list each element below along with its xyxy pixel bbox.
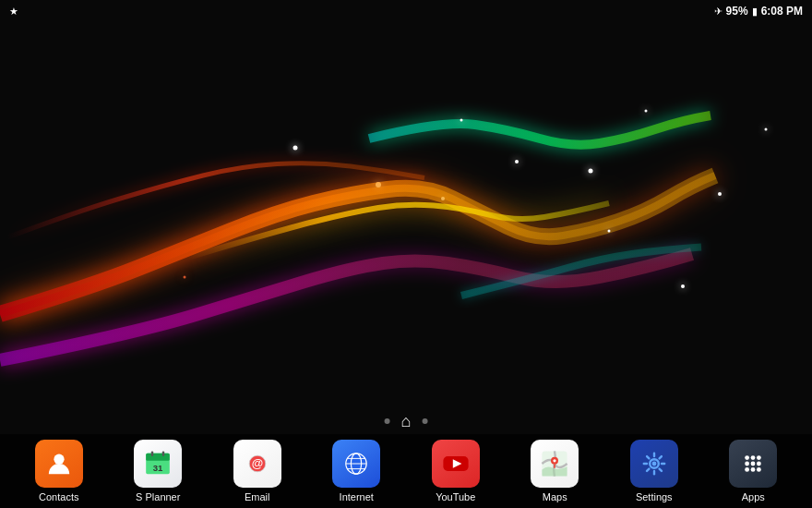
svg-point-35 (745, 467, 749, 472)
status-right: ✈ 95% ▮ 6:08 PM (714, 5, 803, 18)
svg-point-29 (745, 455, 749, 460)
svg-rect-5 (162, 451, 164, 456)
battery-percentage: 95% (726, 5, 748, 18)
status-bar: ★ ✈ 95% ▮ 6:08 PM (0, 0, 812, 22)
settings-label: Settings (636, 491, 673, 502)
nav-dot-left[interactable] (385, 418, 390, 424)
svg-text:@: @ (252, 456, 263, 470)
svg-line-26 (659, 469, 661, 471)
app-maps[interactable]: Maps (513, 440, 596, 502)
youtube-label: YouTube (436, 491, 475, 502)
contacts-label: Contacts (39, 491, 78, 502)
svg-rect-4 (151, 451, 153, 456)
internet-label: Internet (340, 491, 374, 502)
svg-line-28 (647, 469, 649, 471)
wallpaper (0, 0, 812, 508)
maps-icon (531, 440, 579, 488)
svg-point-20 (651, 462, 656, 466)
status-left: ★ (9, 6, 18, 18)
maps-label: Maps (543, 491, 567, 502)
app-contacts[interactable]: Contacts (18, 440, 101, 502)
settings-icon (630, 440, 678, 488)
svg-point-37 (757, 467, 761, 472)
battery-icon: ▮ (752, 6, 758, 18)
svg-line-25 (647, 456, 649, 458)
apps-icon (729, 440, 777, 488)
splanner-icon: 31 (134, 440, 182, 488)
taskbar: Contacts 31 S Planner @ Email (0, 434, 812, 508)
notification-icon: ★ (9, 6, 18, 18)
svg-point-36 (751, 467, 756, 472)
svg-text:31: 31 (153, 463, 163, 473)
svg-point-31 (757, 455, 761, 460)
svg-point-34 (757, 462, 761, 466)
home-icon[interactable]: ⌂ (401, 413, 412, 429)
svg-point-18 (554, 459, 556, 462)
svg-point-32 (745, 462, 749, 466)
app-splanner[interactable]: 31 S Planner (116, 440, 199, 502)
clock: 6:08 PM (761, 5, 803, 18)
email-icon: @ (233, 440, 281, 488)
app-youtube[interactable]: YouTube (414, 440, 497, 502)
app-apps[interactable]: Apps (711, 440, 794, 502)
app-internet[interactable]: Internet (315, 440, 398, 502)
splanner-label: S Planner (136, 491, 180, 502)
youtube-icon (432, 440, 480, 488)
internet-icon (332, 440, 380, 488)
svg-line-27 (659, 456, 661, 458)
airplane-mode-icon: ✈ (714, 6, 722, 18)
svg-point-0 (54, 454, 64, 465)
nav-dots: ⌂ (385, 413, 428, 429)
app-settings[interactable]: Settings (613, 440, 696, 502)
nav-dot-right[interactable] (422, 418, 427, 424)
svg-rect-2 (146, 454, 170, 461)
contacts-icon (35, 440, 83, 488)
email-label: Email (245, 491, 270, 502)
apps-label: Apps (742, 491, 765, 502)
svg-point-30 (751, 455, 756, 460)
app-email[interactable]: @ Email (216, 440, 299, 502)
svg-point-33 (751, 462, 756, 466)
